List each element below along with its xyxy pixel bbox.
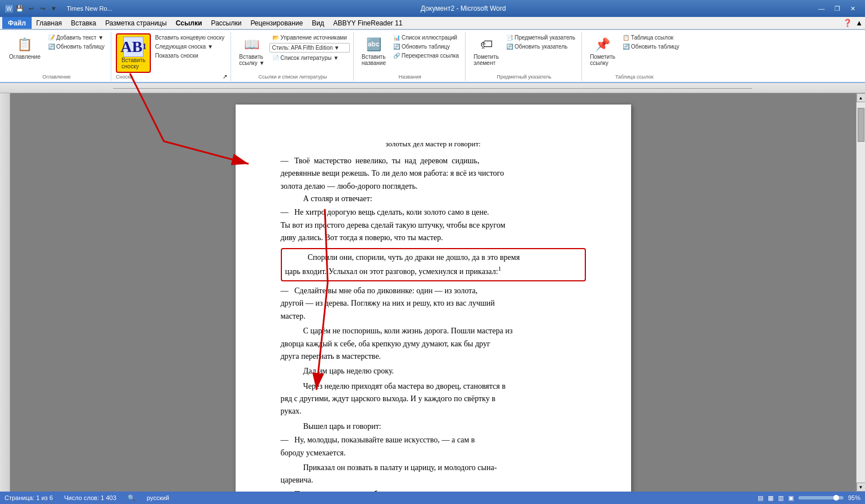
mark-citation-btn[interactable]: 📌 Пометитьссылку	[586, 33, 619, 68]
illustrations-list-btn[interactable]: 📊 Список иллюстраций	[390, 33, 462, 42]
para-6: Дал им царь неделю сроку.	[281, 365, 586, 377]
document-page: золотых дел мастер и говорит: — Твоё мас…	[236, 105, 631, 492]
toc-btn-label: Оглавление	[9, 54, 41, 60]
status-bar: Страница: 1 из 6 Число слов: 1 403 🔍 рус…	[0, 492, 865, 504]
redo-qat-btn[interactable]: ↪	[37, 3, 47, 14]
ribbon-group-captions: 🔤 Вставитьназвание 📊 Список иллюстраций …	[355, 32, 466, 81]
view-web-btn[interactable]: ▦	[768, 494, 773, 502]
save-qat-btn[interactable]: 💾	[15, 3, 25, 14]
menu-file[interactable]: Файл	[2, 17, 32, 29]
insert-citation-btn[interactable]: 📖 Вставитьссылку ▼	[236, 33, 268, 68]
footnote-icon: AB1	[123, 37, 144, 57]
menu-review[interactable]: Рецензирование	[246, 17, 307, 29]
citation-table-group-items: 📌 Пометитьссылку 📋 Таблица ссылок 🔄 Обно…	[586, 33, 682, 73]
insert-endnote-btn[interactable]: Вставить концевую сноску	[152, 33, 227, 42]
language-status: русский	[147, 494, 169, 501]
view-draft-btn[interactable]: ▣	[788, 494, 794, 502]
citations-group-items: 📖 Вставитьссылку ▼ 📂 Управление источник…	[236, 33, 350, 73]
para-10-cont: царевича.	[281, 474, 586, 486]
toc-icon: 📋	[16, 36, 34, 54]
citation-table-btn[interactable]: 📋 Таблица ссылок	[620, 33, 682, 42]
view-normal-btn[interactable]: ▤	[758, 494, 763, 502]
citation-icon: 📖	[243, 36, 261, 54]
undo-qat-btn[interactable]: ↩	[26, 3, 36, 14]
footnotes-group-items: AB1 Вставитьсноску Вставить концевую сно…	[116, 33, 227, 73]
menu-layout[interactable]: Разметка страницы	[101, 17, 171, 29]
ribbon-group-citations: 📖 Вставитьссылку ▼ 📂 Управление источник…	[232, 32, 354, 81]
style-dropdown-arrow: ▼	[334, 45, 340, 51]
menu-insert[interactable]: Вставка	[67, 17, 101, 29]
help-icon[interactable]: ❓	[843, 19, 852, 27]
horizontal-ruler	[0, 83, 865, 93]
insert-footnote-label: Вставитьсноску	[121, 57, 145, 69]
scroll-down-btn[interactable]: ▼	[857, 483, 866, 492]
word-icon: W	[5, 4, 14, 13]
menu-abbyy[interactable]: ABBYY FineReader 11	[329, 17, 407, 29]
document-scroll-area[interactable]: золотых дел мастер и говорит: — Твоё мас…	[10, 93, 856, 492]
mark-citation-icon: 📌	[594, 36, 612, 54]
menu-references[interactable]: Ссылки	[171, 17, 206, 29]
close-btn[interactable]: ✕	[846, 3, 860, 14]
scroll-track[interactable]	[857, 102, 865, 483]
ribbon-group-footnotes: AB1 Вставитьсноску Вставить концевую сно…	[112, 32, 231, 81]
minimize-btn[interactable]: —	[814, 3, 829, 14]
insert-citation-label: Вставитьссылку ▼	[239, 54, 264, 66]
header-text: золотых дел мастер и говорит:	[281, 138, 586, 150]
para-1: — Твоё мастерство невелико, ты над дерев…	[281, 155, 586, 167]
status-bar-right: ▤ ▦ ▥ ▣ 95%	[758, 494, 860, 502]
footnotes-dialog-btn[interactable]: ↗	[223, 73, 227, 80]
title-bar-left: W 💾 ↩ ↪ ▼ Times New Ro...	[5, 3, 112, 14]
view-outline-btn[interactable]: ▥	[778, 494, 784, 502]
para-5-cont: дворца каждый к себе, оба крепкую думу д…	[281, 338, 586, 350]
zoom-slider[interactable]	[798, 496, 844, 499]
para-3-cont2: диву дались. Вот тогда я поверю, что ты …	[281, 232, 586, 244]
zoom-thumb[interactable]	[833, 495, 839, 501]
insert-caption-btn[interactable]: 🔤 Вставитьназвание	[358, 33, 389, 68]
update-table-cap-btn[interactable]: 🔄 Обновить таблицу	[390, 42, 462, 51]
add-text-btn[interactable]: 📝 Добавить текст ▼	[45, 33, 107, 42]
para-3-cont: Ты вот из простого дерева сделай такую ш…	[281, 219, 586, 232]
mark-entry-label: Пометитьэлемент	[473, 54, 499, 66]
footnotes-group-label: Сноски	[116, 73, 133, 80]
highlighted-para: Спорили они, спорили, чуть до драки не д…	[285, 251, 581, 264]
captions-group-label: Названия	[399, 73, 421, 80]
ribbon-content: 📋 Оглавление 📝 Добавить текст ▼ 🔄 Обнови…	[0, 29, 865, 82]
insert-footnote-btn[interactable]: AB1 Вставитьсноску	[116, 33, 151, 73]
quick-access-toolbar: W 💾 ↩ ↪ ▼	[5, 3, 59, 14]
scroll-up-btn[interactable]: ▲	[857, 93, 866, 102]
para-5-cont2: друга перегнать в мастерстве.	[281, 350, 586, 363]
show-footnotes-btn[interactable]: Показать сноски	[152, 51, 227, 60]
cross-reference-btn[interactable]: 🔗 Перекрестная ссылка	[390, 51, 462, 60]
para-3: — Не хитро дорогую вещь сделать, коли зо…	[281, 206, 586, 219]
zoom-level: 95%	[848, 494, 860, 501]
subject-index-btn[interactable]: 📑 Предметный указатель	[503, 33, 578, 42]
toc-btn[interactable]: 📋 Оглавление	[6, 33, 44, 62]
para-7-cont2: руках.	[281, 405, 586, 418]
menu-mailings[interactable]: Рассылки	[207, 17, 246, 29]
ribbon-toggle-icon[interactable]: ▲	[855, 19, 863, 27]
word-count-status: Число слов: 1 403	[64, 494, 116, 501]
manage-sources-btn[interactable]: 📂 Управление источниками	[270, 33, 350, 42]
para-5: С царём не поспоришь, коли жизнь дорога.…	[281, 325, 586, 337]
window-controls: — ❐ ✕	[814, 3, 860, 14]
bibliography-btn[interactable]: 📄 Список литературы ▼	[270, 54, 350, 62]
ribbon: 📋 Оглавление 📝 Добавить текст ▼ 🔄 Обнови…	[0, 29, 865, 83]
vertical-scrollbar[interactable]: ▲ ▼	[856, 93, 865, 492]
menu-home[interactable]: Главная	[32, 17, 67, 29]
para-1-cont2: золота делаю — любо-дорого поглядеть.	[281, 180, 586, 193]
para-7-cont: ряд с другими, ждут царского выхода. И у…	[281, 393, 586, 405]
page-status: Страница: 1 из 6	[5, 494, 53, 501]
mark-entry-btn[interactable]: 🏷 Пометитьэлемент	[470, 33, 502, 68]
para-1-cont: деревянные вещи режешь. То ли дело моя р…	[281, 167, 586, 180]
style-dropdown[interactable]: Стиль: APA Fifth Edition ▼	[270, 43, 350, 53]
maximize-btn[interactable]: ❐	[830, 3, 845, 14]
scroll-thumb[interactable]	[858, 108, 864, 142]
menu-view[interactable]: Вид	[307, 17, 329, 29]
qat-dropdown-btn[interactable]: ▼	[49, 3, 59, 14]
para-2: А столяр и отвечает:	[281, 193, 586, 205]
update-table-toc-btn[interactable]: 🔄 Обновить таблицу	[45, 42, 107, 51]
next-footnote-btn[interactable]: Следующая сноска ▼	[152, 42, 227, 51]
spellcheck-icon[interactable]: 🔍	[128, 494, 136, 502]
update-index-btn[interactable]: 🔄 Обновить указатель	[503, 42, 578, 51]
update-table-cit-btn[interactable]: 🔄 Обновить таблицу	[620, 42, 682, 51]
